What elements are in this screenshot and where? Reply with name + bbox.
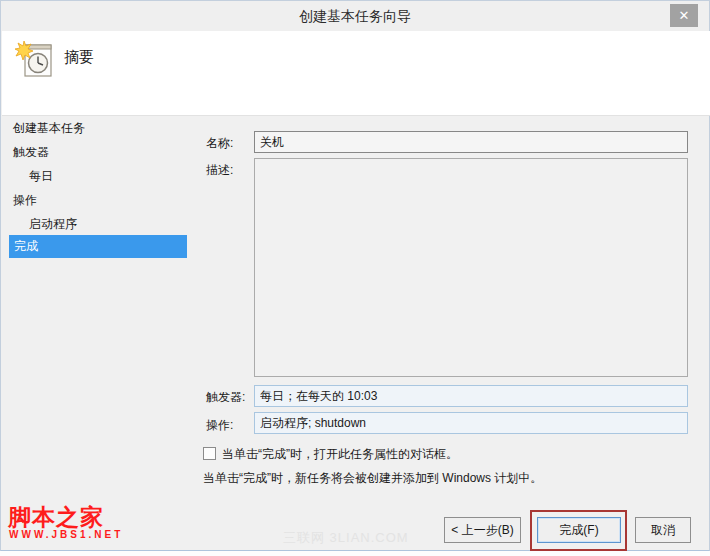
action-summary-field[interactable] xyxy=(254,412,688,434)
task-name-input[interactable] xyxy=(254,131,688,153)
finish-button[interactable]: 完成(F) xyxy=(537,517,621,543)
action-label: 操作: xyxy=(206,417,233,434)
sidebar-item-daily[interactable]: 每日 xyxy=(29,166,53,186)
sidebar-item-action[interactable]: 操作 xyxy=(13,190,37,210)
cancel-button[interactable]: 取消 xyxy=(635,517,691,543)
task-wizard-icon xyxy=(15,40,57,82)
sidebar-item-create-basic-task[interactable]: 创建基本任务 xyxy=(13,118,85,138)
page-title: 摘要 xyxy=(64,48,94,67)
open-properties-checkbox[interactable] xyxy=(203,447,216,460)
create-basic-task-wizard-dialog: 创建基本任务向导 ✕ 摘要 创建基本任务 触发器 每日 操作 启动程序 完成 名… xyxy=(0,0,710,551)
sidebar-item-start-program[interactable]: 启动程序 xyxy=(29,214,77,234)
trigger-summary-field[interactable] xyxy=(254,385,688,407)
finish-note: 当单击“完成”时，新任务将会被创建并添加到 Windows 计划中。 xyxy=(203,470,542,487)
back-button[interactable]: < 上一步(B) xyxy=(444,517,521,543)
name-label: 名称: xyxy=(206,135,233,152)
wizard-header: 摘要 xyxy=(2,31,710,116)
center-watermark: 三联网 3LIAN.COM xyxy=(283,529,409,547)
close-icon[interactable]: ✕ xyxy=(670,4,698,27)
site-watermark-url: WWW.JBS1.NET xyxy=(9,529,123,540)
sidebar-item-trigger[interactable]: 触发器 xyxy=(13,142,49,162)
screenshot-canvas: 创建基本任务向导 ✕ 摘要 创建基本任务 触发器 每日 操作 启动程序 完成 名… xyxy=(0,0,710,556)
task-description-textarea[interactable] xyxy=(254,158,688,377)
open-properties-checkbox-label: 当单击“完成”时，打开此任务属性的对话框。 xyxy=(222,446,702,463)
title-bar: 创建基本任务向导 ✕ xyxy=(1,1,709,31)
description-label: 描述: xyxy=(206,162,233,179)
trigger-label: 触发器: xyxy=(206,389,245,406)
window-title: 创建基本任务向导 xyxy=(1,1,709,31)
sidebar-item-finish-active[interactable]: 完成 xyxy=(9,235,187,258)
